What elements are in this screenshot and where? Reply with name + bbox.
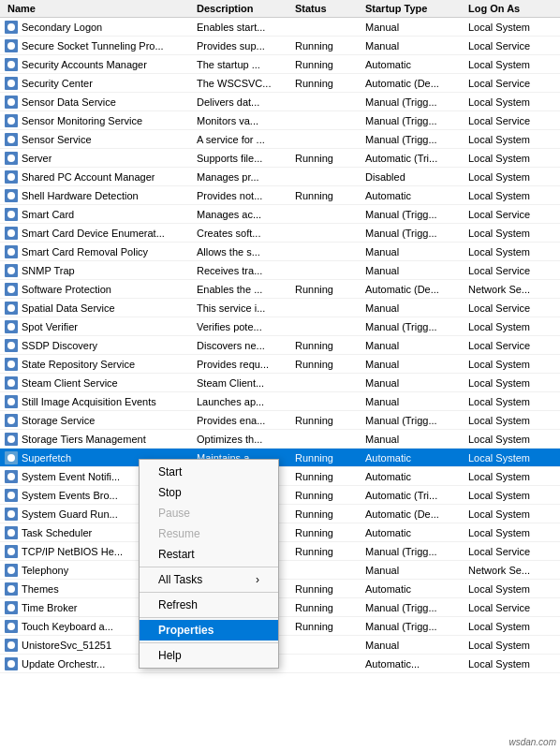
- row-desc: Allows the s...: [197, 246, 295, 258]
- service-icon: [4, 432, 19, 447]
- table-row[interactable]: Secure Socket Tunneling Pro... Provides …: [0, 37, 560, 55]
- row-status: Running: [295, 415, 365, 426]
- header-name[interactable]: Name: [0, 3, 197, 14]
- table-row[interactable]: Security Accounts Manager The startup ..…: [0, 55, 560, 74]
- service-icon: [4, 57, 19, 72]
- table-row[interactable]: System Guard Run... Running Automatic (D…: [0, 505, 560, 523]
- header-status[interactable]: Status: [295, 3, 365, 14]
- table-row[interactable]: Security Center The WSCSVC... Running Au…: [0, 74, 560, 93]
- header-startup[interactable]: Startup Type: [365, 3, 468, 14]
- row-desc: This service i...: [197, 302, 295, 314]
- menu-item-stop[interactable]: Stop: [140, 482, 278, 503]
- menu-item-label: Help: [158, 649, 182, 662]
- table-row[interactable]: System Event Notifi... Running Automatic…: [0, 467, 560, 486]
- table-header: Name Description Status Startup Type Log…: [0, 0, 560, 18]
- row-name-text: Security Accounts Manager: [22, 59, 147, 70]
- service-icon: [4, 38, 19, 53]
- table-row[interactable]: Still Image Acquisition Events Launches …: [0, 392, 560, 411]
- row-logon: Network Se...: [468, 284, 560, 295]
- service-icon: [4, 207, 19, 222]
- table-row[interactable]: Superfetch Maintains a Running Automatic…: [0, 449, 560, 467]
- service-icon: [4, 319, 19, 334]
- row-logon: Local System: [468, 396, 560, 407]
- row-logon: Local Service: [468, 602, 560, 613]
- menu-item-all-tasks[interactable]: All Tasks›: [140, 569, 278, 590]
- table-row[interactable]: Sensor Data Service Delivers dat... Manu…: [0, 93, 560, 111]
- table-row[interactable]: Spot Verifier Verifies pote... Manual (T…: [0, 317, 560, 336]
- menu-item-label: Resume: [158, 527, 200, 540]
- menu-item-properties[interactable]: Properties: [140, 620, 278, 641]
- table-row[interactable]: Smart Card Manages ac... Manual (Trigg..…: [0, 205, 560, 224]
- table-row[interactable]: Shell Hardware Detection Provides not...…: [0, 186, 560, 205]
- table-row[interactable]: Smart Card Device Enumerat... Creates so…: [0, 224, 560, 243]
- service-icon: [4, 638, 19, 653]
- row-startup: Manual (Trigg...: [365, 209, 468, 220]
- row-name-text: Storage Service: [22, 415, 95, 426]
- table-row[interactable]: Server Supports file... Running Automati…: [0, 149, 560, 168]
- table-row[interactable]: Storage Tiers Management Optimizes th...…: [0, 430, 560, 449]
- row-status: Running: [295, 546, 365, 557]
- menu-item-help[interactable]: Help: [140, 645, 278, 666]
- menu-divider: [140, 642, 278, 643]
- row-desc: Provides sup...: [197, 40, 295, 52]
- table-row[interactable]: SSDP Discovery Discovers ne... Running M…: [0, 336, 560, 355]
- service-icon: [4, 469, 19, 484]
- row-name-text: Software Protection: [22, 284, 111, 295]
- row-status: Running: [295, 508, 365, 520]
- row-status: Running: [295, 602, 365, 613]
- service-icon: [4, 76, 19, 91]
- service-icon: [4, 525, 19, 540]
- context-menu[interactable]: StartStopPauseResumeRestartAll Tasks›Ref…: [139, 459, 279, 669]
- row-desc: Creates soft...: [197, 228, 295, 239]
- row-logon: Local System: [468, 508, 560, 520]
- row-name-text: Themes: [22, 583, 59, 595]
- menu-item-label: Restart: [158, 548, 195, 561]
- menu-item-refresh[interactable]: Refresh: [140, 595, 278, 615]
- table-row[interactable]: Smart Card Removal Policy Allows the s..…: [0, 243, 560, 261]
- table-row[interactable]: Update Orchestr... Automatic... Local Sy…: [0, 655, 560, 673]
- table-row[interactable]: Secondary Logon Enables start... Manual …: [0, 18, 560, 37]
- row-startup: Manual (Trigg...: [365, 621, 468, 632]
- menu-item-restart[interactable]: Restart: [140, 544, 278, 565]
- row-startup: Disabled: [365, 171, 468, 183]
- row-status: Running: [295, 359, 365, 370]
- row-status: Running: [295, 78, 365, 89]
- menu-item-start[interactable]: Start: [140, 462, 278, 482]
- row-desc: Steam Client...: [197, 377, 295, 389]
- row-name-text: Still Image Acquisition Events: [22, 396, 156, 407]
- table-row[interactable]: TCP/IP NetBIOS He... Running Manual (Tri…: [0, 542, 560, 561]
- row-desc: Verifies pote...: [197, 321, 295, 332]
- table-row[interactable]: Sensor Monitoring Service Monitors va...…: [0, 111, 560, 130]
- service-icon: [4, 188, 19, 203]
- header-desc[interactable]: Description: [197, 3, 295, 14]
- table-row[interactable]: Spatial Data Service This service i... M…: [0, 299, 560, 317]
- table-row[interactable]: Task Scheduler Running Automatic Local S…: [0, 523, 560, 542]
- row-name-text: Update Orchestr...: [22, 658, 105, 670]
- row-name-text: Spot Verifier: [22, 321, 78, 332]
- table-row[interactable]: Shared PC Account Manager Manages pr... …: [0, 168, 560, 186]
- row-status: Running: [295, 340, 365, 351]
- service-icon: [4, 357, 19, 372]
- header-logon[interactable]: Log On As: [468, 3, 560, 14]
- table-row[interactable]: Storage Service Provides ena... Running …: [0, 411, 560, 430]
- table-row[interactable]: Steam Client Service Steam Client... Man…: [0, 374, 560, 392]
- table-row[interactable]: Sensor Service A service for ... Manual …: [0, 130, 560, 149]
- row-name-text: SNMP Trap: [22, 265, 75, 276]
- row-startup: Manual: [365, 340, 468, 351]
- table-row[interactable]: Telephony Manual Network Se...: [0, 561, 560, 580]
- table-row[interactable]: Touch Keyboard a... Running Manual (Trig…: [0, 617, 560, 636]
- row-startup: Manual: [365, 40, 468, 52]
- service-icon: [4, 582, 19, 596]
- table-row[interactable]: Time Broker Running Manual (Trigg... Loc…: [0, 598, 560, 617]
- row-name-text: Time Broker: [22, 602, 78, 613]
- row-logon: Local System: [468, 359, 560, 370]
- table-row[interactable]: State Repository Service Provides requ..…: [0, 355, 560, 374]
- submenu-arrow: ›: [256, 573, 259, 586]
- table-row[interactable]: UnistoreSvc_51251 Manual Local System: [0, 636, 560, 655]
- row-startup: Manual: [365, 22, 468, 33]
- row-logon: Local System: [468, 22, 560, 33]
- table-row[interactable]: System Events Bro... Running Automatic (…: [0, 486, 560, 505]
- table-row[interactable]: Themes Running Automatic Local System: [0, 580, 560, 598]
- table-row[interactable]: Software Protection Enables the ... Runn…: [0, 280, 560, 299]
- table-row[interactable]: SNMP Trap Receives tra... Manual Local S…: [0, 261, 560, 280]
